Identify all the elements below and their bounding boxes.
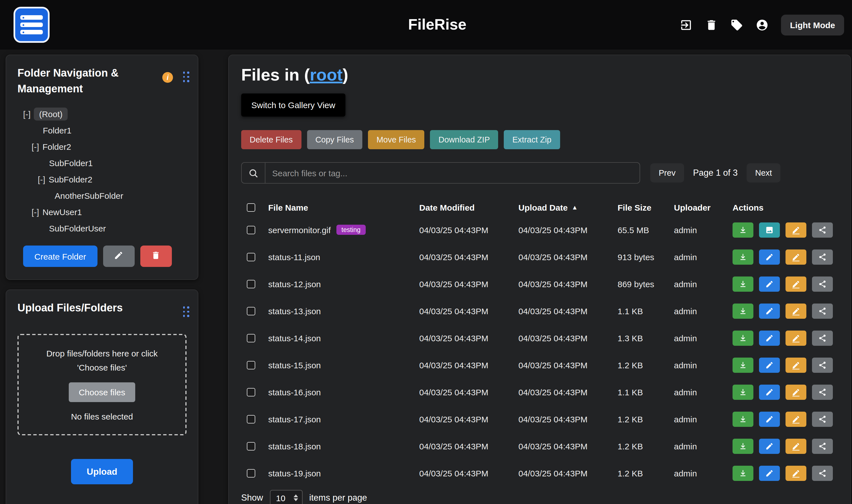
account-icon[interactable]: [755, 18, 769, 31]
row-checkbox[interactable]: [247, 469, 255, 477]
rename-button[interactable]: [785, 222, 806, 237]
row-checkbox[interactable]: [247, 226, 255, 234]
tag-icon[interactable]: [730, 18, 743, 31]
download-button[interactable]: [732, 330, 753, 345]
row-checkbox[interactable]: [247, 361, 255, 369]
edit-button[interactable]: [759, 438, 780, 454]
share-button[interactable]: [812, 222, 833, 237]
file-name[interactable]: status-15.json: [268, 360, 321, 370]
share-button[interactable]: [812, 330, 833, 345]
edit-button[interactable]: [759, 384, 780, 399]
rename-button[interactable]: [785, 357, 806, 373]
tree-item[interactable]: [-]Folder2: [17, 139, 187, 155]
extract-zip-button[interactable]: Extract Zip: [504, 130, 560, 149]
switch-gallery-view-button[interactable]: Switch to Gallery View: [241, 93, 345, 116]
search-input[interactable]: [265, 162, 640, 184]
download-button[interactable]: [732, 276, 753, 291]
row-checkbox[interactable]: [247, 388, 255, 396]
prev-page-button[interactable]: Prev: [650, 163, 684, 182]
tree-item[interactable]: [-]NewUser1: [17, 204, 187, 220]
tree-item[interactable]: SubFolderUser: [17, 220, 187, 236]
file-dropzone[interactable]: Drop files/folders here or click 'Choose…: [17, 334, 187, 435]
tree-collapse-toggle[interactable]: [-]: [38, 175, 45, 184]
copy-files-button[interactable]: Copy Files: [307, 130, 362, 149]
row-checkbox[interactable]: [247, 280, 255, 288]
info-icon[interactable]: i: [162, 72, 173, 83]
share-button[interactable]: [812, 357, 833, 373]
root-folder-link[interactable]: root: [310, 65, 343, 84]
tree-collapse-toggle[interactable]: [-]: [32, 142, 39, 151]
share-button[interactable]: [812, 465, 833, 481]
share-button[interactable]: [812, 438, 833, 454]
tree-item[interactable]: SubFolder1: [17, 155, 187, 171]
download-zip-button[interactable]: Download ZIP: [430, 130, 498, 149]
column-header-file-size[interactable]: File Size: [618, 202, 674, 212]
move-files-button[interactable]: Move Files: [368, 130, 424, 149]
row-checkbox[interactable]: [247, 415, 255, 423]
rename-button[interactable]: [785, 438, 806, 454]
tree-item[interactable]: AnotherSubFolder: [17, 187, 187, 204]
preview-button[interactable]: [759, 222, 780, 237]
file-name[interactable]: status-17.json: [268, 414, 321, 424]
edit-button[interactable]: [759, 465, 780, 481]
next-page-button[interactable]: Next: [747, 163, 780, 182]
file-name[interactable]: status-14.json: [268, 333, 321, 343]
column-header-upload-date[interactable]: Upload Date▲: [518, 202, 618, 212]
rename-button[interactable]: [785, 249, 806, 264]
tree-collapse-toggle[interactable]: [-]: [32, 207, 39, 217]
row-checkbox[interactable]: [247, 253, 255, 261]
download-button[interactable]: [732, 465, 753, 481]
edit-button[interactable]: [759, 249, 780, 264]
download-button[interactable]: [732, 411, 753, 427]
row-checkbox[interactable]: [247, 442, 255, 450]
choose-files-button[interactable]: Choose files: [68, 382, 135, 402]
file-name[interactable]: servermonitor.gif: [268, 225, 331, 235]
column-header-date-modified[interactable]: Date Modified: [419, 202, 518, 212]
rename-folder-button[interactable]: [103, 246, 134, 267]
logout-icon[interactable]: [680, 18, 693, 31]
file-name[interactable]: status-12.json: [268, 279, 321, 289]
share-button[interactable]: [812, 384, 833, 399]
edit-button[interactable]: [759, 357, 780, 373]
drag-handle-icon[interactable]: [183, 306, 189, 317]
file-name[interactable]: status-11.json: [268, 252, 320, 262]
file-name[interactable]: status-13.json: [268, 306, 321, 316]
download-button[interactable]: [732, 249, 753, 264]
share-button[interactable]: [812, 276, 833, 291]
rename-button[interactable]: [785, 330, 806, 345]
row-checkbox[interactable]: [247, 334, 255, 342]
light-mode-button[interactable]: Light Mode: [781, 14, 844, 35]
download-button[interactable]: [732, 222, 753, 237]
upload-button[interactable]: Upload: [71, 459, 133, 484]
edit-button[interactable]: [759, 411, 780, 427]
rename-button[interactable]: [785, 303, 806, 319]
share-button[interactable]: [812, 249, 833, 264]
items-per-page-select[interactable]: 10: [270, 490, 302, 504]
delete-files-button[interactable]: Delete Files: [241, 130, 301, 149]
trash-icon[interactable]: [705, 18, 718, 31]
download-button[interactable]: [732, 357, 753, 373]
tree-item[interactable]: Folder1: [17, 122, 187, 139]
select-all-checkbox[interactable]: [247, 203, 255, 212]
column-header-file-name[interactable]: File Name: [268, 202, 419, 212]
tree-item[interactable]: [-](Root): [17, 106, 187, 122]
edit-button[interactable]: [759, 303, 780, 319]
rename-button[interactable]: [785, 465, 806, 481]
tree-item[interactable]: [-]SubFolder2: [17, 171, 187, 187]
column-header-uploader[interactable]: Uploader: [674, 202, 732, 212]
download-button[interactable]: [732, 303, 753, 319]
file-name[interactable]: status-18.json: [268, 441, 321, 451]
edit-button[interactable]: [759, 330, 780, 345]
file-name[interactable]: status-16.json: [268, 387, 321, 397]
share-button[interactable]: [812, 303, 833, 319]
tree-collapse-toggle[interactable]: [-]: [23, 109, 31, 119]
delete-folder-button[interactable]: [140, 246, 172, 267]
drag-handle-icon[interactable]: [183, 72, 189, 82]
download-button[interactable]: [732, 384, 753, 399]
rename-button[interactable]: [785, 411, 806, 427]
create-folder-button[interactable]: Create Folder: [23, 246, 97, 267]
rename-button[interactable]: [785, 384, 806, 399]
rename-button[interactable]: [785, 276, 806, 291]
file-name[interactable]: status-19.json: [268, 468, 321, 478]
row-checkbox[interactable]: [247, 307, 255, 315]
